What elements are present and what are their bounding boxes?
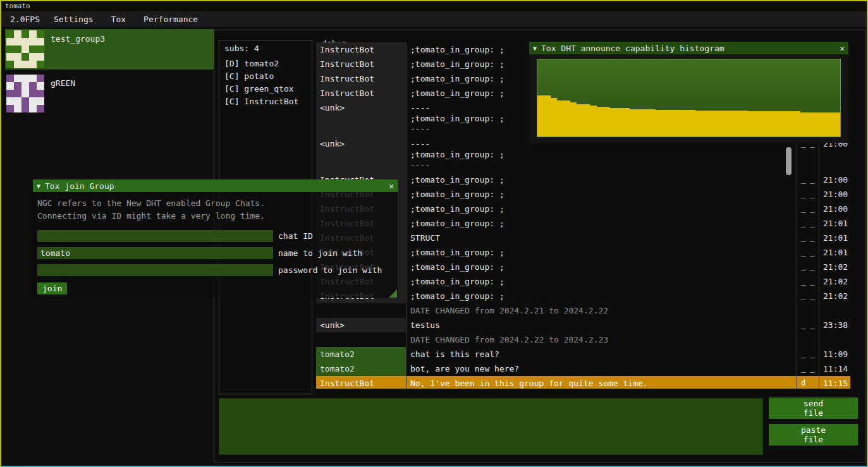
chat-message-text: ;tomato_in_group: ; [406,245,797,260]
menu-bar: 2.0FPS SettingsToxPerformance [1,11,867,27]
name-to-join-with-input[interactable] [37,247,273,259]
join-button[interactable]: join [37,282,67,294]
chat-message-flags: _ _ [797,245,819,260]
histogram-bar [794,111,800,136]
chat-message-text: ;tomato_in_group: ; [406,274,797,289]
chat-scrollbar[interactable] [786,147,792,175]
histogram-bar [721,111,728,136]
close-icon[interactable]: ✕ [840,44,845,53]
date-changed-text: DATE CHANGED from 2024.2.22 to 2024.2.23 [406,332,797,347]
chat-message-flags: _ _ [797,216,819,231]
chat-message-flags: _ _ [797,289,819,303]
histogram-bar [643,109,649,136]
chat-message-flags: _ _ [797,231,819,245]
histogram-bar [833,112,840,136]
contact-test_group3[interactable]: test_group3 [5,29,214,70]
join-fields: chat IDname to join withpassword to join… [37,230,398,276]
menu-item-performance[interactable]: Performance [135,13,207,25]
avatar [6,75,44,112]
chat-message-text: ;tomato_in_group: ; [406,216,797,231]
fps-indicator: 2.0FPS [5,13,45,25]
histogram-bar [551,98,557,136]
histogram-window-title: Tox DHT announce capability histogram [541,44,724,53]
chat-message-time: 21:00 [819,173,850,187]
collapse-arrow-icon[interactable]: ▼ [37,183,40,190]
chat-message-row[interactable]: tomato2bot, are you new here?_ _11:14 [316,361,850,376]
chat-message-time: 23:38 [819,318,850,332]
chat-message-text: ;tomato_in_group: ; [406,289,797,303]
join-field-row: password to join with [37,264,398,276]
histogram-bar [787,111,793,136]
chat-message-flags: _ _ [797,318,819,332]
chat-message-time: 21:01 [819,231,850,245]
close-icon[interactable]: ✕ [389,181,394,191]
histogram-bar [748,111,754,136]
histogram-window-titlebar[interactable]: ▼ Tox DHT announce capability histogram … [529,42,848,54]
histogram-bar [774,111,781,136]
chat-message-text: bot, are you new here? [406,361,797,376]
send-file-button[interactable]: send file [769,397,858,419]
histogram-bar [754,111,761,136]
histogram-bar [630,109,636,136]
chat-ID-input[interactable] [37,230,273,242]
chat-message-text: ;tomato_in_group: ; [406,260,797,274]
histogram-bar [597,107,603,136]
message-input[interactable] [219,398,763,455]
subs-item[interactable]: [C] InstructBot [219,95,312,108]
chat-sender-name: <unk> [316,100,406,136]
app-window: tomato 2.0FPS SettingsToxPerformance tes… [0,0,868,467]
histogram-bar [616,108,623,136]
histogram-bar [564,100,570,136]
date-changed-row: DATE CHANGED from 2024.2.22 to 2024.2.23 [316,332,850,347]
histogram-bar [609,108,616,136]
field-label: password to join with [278,265,382,275]
histogram-plot [537,59,841,137]
chat-message-text: ;tomato_in_group: ; [406,202,797,216]
histogram-bar [735,111,741,136]
date-changed-row: DATE CHANGED from 2024.2.21 to 2024.2.22 [316,303,850,318]
field-label: chat ID [278,231,313,241]
chat-sender-name: InstructBot [316,57,406,71]
chat-message-time: 21:00 [819,202,850,216]
collapse-arrow-icon[interactable]: ▼ [533,45,537,52]
subs-item[interactable]: [D] tomato2 [219,58,312,70]
histogram-bar [709,111,715,136]
chat-message-flags [797,332,819,347]
chat-message-time [819,303,850,318]
join-field-row: name to join with [37,247,398,259]
chat-message-text: ;tomato_in_group: ; [406,187,797,202]
histogram-bar [584,104,590,136]
password-to-join-with-input[interactable] [37,264,273,276]
chat-message-time: 21:02 [819,289,850,303]
histogram-bar [827,112,833,136]
subs-item[interactable]: [C] green_qtox [219,83,312,95]
chat-message-flags: _ _ [797,202,819,216]
chat-message-text: testus [406,318,797,332]
chat-sender-name: InstructBot [316,86,406,100]
chat-message-flags: _ _ [797,173,819,187]
chat-message-time: 21:01 [819,245,850,260]
chat-message-row[interactable]: InstructBotNo, I've been in this group f… [316,376,850,389]
dht-histogram-window: ▼ Tox DHT announce capability histogram … [529,42,848,143]
histogram-bar [688,110,695,136]
subs-item[interactable]: [C] potato [219,70,312,83]
menu-item-tox[interactable]: Tox [102,13,135,25]
chat-message-row[interactable]: tomato2chat is this real?_ _11:09 [316,347,850,361]
histogram-bar [728,111,735,136]
join-window-titlebar[interactable]: ▼ Tox join Group ✕ [33,179,398,192]
histogram-bar [656,110,662,136]
chat-message-text: No, I've been in this group for quite so… [406,376,797,389]
contact-gREEN[interactable]: gREEN [5,73,214,114]
paste-file-button[interactable]: paste file [769,424,858,446]
chat-sender-name: InstructBot [316,71,406,86]
histogram-bar [663,110,669,136]
resize-grip[interactable] [389,289,397,298]
chat-message-time: 11:09 [819,347,850,361]
histogram-bar [814,112,820,136]
menu-item-settings[interactable]: Settings [45,13,102,25]
histogram-bar [781,111,787,136]
chat-message-row[interactable]: <unk>testus_ _23:38 [316,318,850,332]
chat-message-flags [797,303,819,318]
chat-message-text: ;tomato_in_group: ; [406,173,797,187]
chat-message-time: 11:14 [819,361,850,376]
